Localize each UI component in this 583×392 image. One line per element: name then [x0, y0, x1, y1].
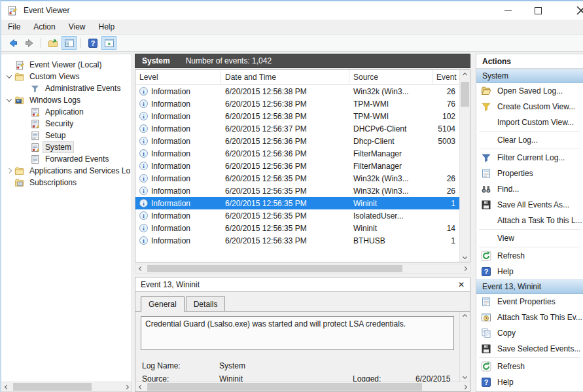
tree-item-windows-logs[interactable]: Windows Logs	[1, 94, 132, 106]
table-row[interactable]: Information 6/20/2015 12:56:35 PM Win32k…	[135, 172, 459, 185]
information-icon	[139, 236, 148, 245]
center-pane: System Number of events: 1,042 Level Dat…	[135, 54, 470, 392]
tree-item-setup[interactable]: Setup	[1, 130, 132, 141]
action-pane-icon	[104, 38, 115, 48]
preview-title: Event 13, Wininit	[141, 280, 200, 289]
scroll-up-button[interactable]	[460, 312, 470, 321]
table-row[interactable]: Information 6/20/2015 12:56:35 PM Win32k…	[135, 185, 459, 197]
table-row-selected[interactable]: Information 6/20/2015 12:56:35 PM Winini…	[135, 197, 459, 209]
actions-group-event-header[interactable]: Event 13, Wininit	[476, 279, 583, 294]
scrollbar-thumb[interactable]	[461, 82, 469, 107]
table-row[interactable]: Information 6/20/2015 12:56:33 PM BTHUSB…	[135, 234, 459, 247]
help-toolbar-button[interactable]	[85, 36, 100, 50]
action-create-custom-view[interactable]: Create Custom View...	[476, 99, 583, 115]
table-row[interactable]: Information 6/20/2015 12:56:37 PM DHCPv6…	[135, 122, 459, 135]
action-import-custom-view[interactable]: Import Custom View...	[476, 115, 583, 130]
table-row[interactable]: Information 6/20/2015 12:56:36 PM Filter…	[135, 160, 459, 172]
action-help[interactable]: Help	[476, 264, 583, 279]
menu-file[interactable]: File	[1, 20, 27, 33]
tree-item-custom-views[interactable]: Custom Views	[1, 71, 132, 82]
action-open-saved-log[interactable]: Open Saved Log...	[476, 83, 583, 99]
toolbar-separator	[41, 38, 41, 48]
action-help-event[interactable]: Help	[476, 374, 583, 390]
event-list-horizontal-scrollbar[interactable]	[135, 264, 470, 274]
console-tree-icon	[64, 38, 75, 48]
tree-item-subscriptions[interactable]: Subscriptions	[1, 177, 132, 188]
actions-group-system-header[interactable]: System	[476, 69, 583, 83]
scroll-left-button[interactable]	[135, 264, 146, 273]
event-list-vertical-scrollbar[interactable]	[459, 70, 470, 262]
action-attach-task-to-log[interactable]: Attach a Task To this L...	[476, 213, 583, 228]
tab-details[interactable]: Details	[186, 296, 226, 311]
action-view[interactable]: View	[476, 230, 583, 246]
tree-item-forwarded-events[interactable]: Forwarded Events	[1, 153, 132, 165]
action-save-all-events-as[interactable]: Save All Events As...	[476, 197, 583, 213]
tree-item-application[interactable]: Application	[1, 106, 132, 118]
scroll-left-button[interactable]	[135, 382, 146, 391]
column-header-event-id[interactable]: Event ID	[433, 70, 459, 84]
tab-general[interactable]: General	[141, 296, 185, 312]
column-header-datetime[interactable]: Date and Time	[221, 70, 349, 84]
back-button[interactable]	[5, 36, 20, 50]
scroll-left-button[interactable]	[1, 382, 12, 391]
menu-help[interactable]: Help	[92, 20, 122, 33]
action-find[interactable]: Find...	[476, 181, 583, 197]
action-attach-task-to-event[interactable]: Attach Task To This Ev...	[476, 310, 583, 325]
sidebar-horizontal-scrollbar[interactable]	[1, 382, 132, 391]
table-row[interactable]: Information 6/20/2015 12:56:35 PM Isolat…	[135, 209, 459, 222]
expanded-chevron-icon[interactable]	[7, 96, 12, 101]
action-refresh[interactable]: Refresh	[476, 248, 583, 264]
action-clear-log[interactable]: Clear Log...	[476, 132, 583, 148]
action-refresh-event[interactable]: Refresh	[476, 359, 583, 374]
preview-tabs: General Details	[135, 292, 470, 311]
show-console-tree-button[interactable]	[62, 36, 77, 50]
scroll-right-button[interactable]	[121, 382, 132, 391]
action-copy[interactable]: Copy	[476, 325, 583, 341]
table-row[interactable]: Information 6/20/2015 12:56:36 PM Filter…	[135, 147, 459, 160]
expanded-chevron-icon[interactable]	[7, 73, 12, 78]
tree-item-system[interactable]: System	[1, 141, 132, 153]
column-header-source[interactable]: Source	[349, 70, 433, 84]
event-description[interactable]: Credential Guard (Lsalso.exe) was starte…	[141, 316, 454, 350]
close-button[interactable]	[553, 1, 583, 20]
scroll-right-button[interactable]	[459, 382, 470, 391]
action-save-selected-events[interactable]: Save Selected Events...	[476, 341, 583, 357]
action-properties[interactable]: Properties	[476, 166, 583, 181]
tree-item-event-viewer-local[interactable]: Event Viewer (Local)	[1, 59, 132, 71]
menu-view[interactable]: View	[62, 20, 92, 33]
table-row[interactable]: Information 6/20/2015 12:56:38 PM TPM-WM…	[135, 98, 459, 110]
scroll-down-button[interactable]	[460, 372, 470, 382]
scroll-down-button[interactable]	[460, 252, 470, 262]
scrollbar-thumb[interactable]	[147, 383, 422, 391]
collapsed-chevron-icon[interactable]	[7, 168, 12, 173]
forward-button[interactable]	[22, 36, 37, 50]
show-action-pane-button[interactable]	[101, 36, 116, 50]
action-event-properties[interactable]: Event Properties	[476, 294, 583, 310]
information-icon	[139, 224, 148, 232]
table-row[interactable]: Information 6/20/2015 12:56:38 PM TPM-WM…	[135, 110, 459, 122]
information-icon	[139, 211, 148, 220]
information-icon	[139, 187, 148, 195]
scroll-right-button[interactable]	[459, 264, 470, 273]
tree-item-applications-and-services[interactable]: Applications and Services Lo	[1, 165, 132, 177]
window-controls	[493, 1, 583, 20]
action-filter-current-log[interactable]: Filter Current Log...	[476, 150, 583, 166]
tree-item-administrative-events[interactable]: Administrative Events	[1, 82, 132, 94]
scroll-up-button[interactable]	[460, 70, 470, 80]
scrollbar-thumb[interactable]	[147, 265, 402, 272]
column-header-level[interactable]: Level	[135, 70, 221, 84]
table-row[interactable]: Information 6/20/2015 12:56:36 PM Dhcp-C…	[135, 135, 459, 147]
export-list-button[interactable]	[45, 36, 60, 50]
minimize-button[interactable]	[493, 1, 523, 20]
maximize-button[interactable]	[523, 1, 553, 20]
menu-action[interactable]: Action	[27, 20, 62, 33]
preview-horizontal-scrollbar[interactable]	[135, 382, 470, 391]
table-row[interactable]: Information 6/20/2015 12:56:35 PM Winini…	[135, 222, 459, 234]
maximize-icon	[535, 7, 542, 14]
preview-close-button[interactable]: ✕	[458, 280, 465, 289]
table-row[interactable]: Information 6/20/2015 12:56:38 PM Win32k…	[135, 85, 459, 98]
scrollbar-thumb[interactable]	[13, 383, 92, 391]
export-list-icon	[48, 38, 58, 48]
tree-item-security[interactable]: Security	[1, 118, 132, 130]
preview-vertical-scrollbar[interactable]	[459, 312, 470, 382]
